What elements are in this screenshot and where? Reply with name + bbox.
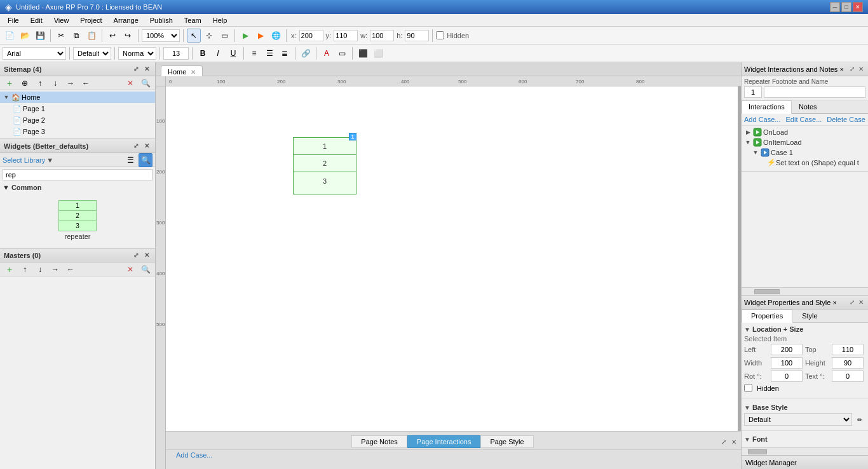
sitemap-indent-button[interactable]: →	[64, 76, 78, 90]
x-input[interactable]	[299, 30, 323, 41]
preview-button[interactable]: ▶	[238, 29, 252, 43]
close-button[interactable]: ✕	[853, 2, 863, 12]
bottom-expand-icon[interactable]: ⤢	[719, 437, 728, 446]
masters-up-button[interactable]: ↑	[18, 262, 32, 276]
fill-color-button[interactable]: ▭	[335, 46, 349, 60]
zoom-select[interactable]: 100%	[142, 29, 180, 42]
sitemap-add-button[interactable]: +	[3, 76, 17, 90]
interactions-tab[interactable]: Interactions	[742, 100, 792, 114]
props-h-scrollbar[interactable]	[742, 447, 868, 455]
properties-tab[interactable]: Properties	[742, 309, 792, 323]
menu-team[interactable]: Team	[179, 15, 207, 25]
sitemap-add-child-button[interactable]: ⊕	[18, 76, 32, 90]
sitemap-item-page3[interactable]: 📄 Page 3	[0, 126, 155, 137]
sitemap-up-button[interactable]: ↑	[33, 76, 47, 90]
shape-tool[interactable]: ▭	[217, 29, 231, 43]
sitemap-search-button[interactable]: 🔍	[139, 76, 153, 90]
maximize-button[interactable]: □	[841, 2, 851, 12]
page-interactions-tab[interactable]: Page Interactions	[407, 435, 481, 448]
onitemload-item[interactable]: ▼ OnItemLoad	[742, 137, 868, 147]
onload-item[interactable]: ▶ OnLoad	[742, 127, 868, 137]
page-style-tab[interactable]: Page Style	[480, 435, 533, 448]
base-style-select[interactable]: Default	[744, 413, 852, 426]
properties-expand-icon[interactable]: ⤢	[848, 298, 857, 307]
font-color-button[interactable]: A	[320, 46, 334, 60]
case1-item[interactable]: ▼ Case 1	[742, 147, 868, 158]
height-input[interactable]	[832, 357, 864, 369]
redo-button[interactable]: ↪	[121, 29, 135, 43]
canvas-tab-home[interactable]: Home ✕	[161, 65, 203, 76]
align-center-button[interactable]: ☰	[262, 46, 276, 60]
masters-search-button[interactable]: 🔍	[139, 262, 153, 276]
default-select[interactable]: Default	[73, 47, 111, 60]
widgets-search-button[interactable]: 🔍	[139, 153, 153, 167]
sitemap-item-page1[interactable]: 📄 Page 1	[0, 103, 155, 114]
widgets-search-input[interactable]	[3, 169, 153, 180]
footnote-name-input[interactable]	[764, 86, 865, 98]
masters-close-icon[interactable]: ✕	[142, 251, 151, 260]
undo-button[interactable]: ↩	[105, 29, 119, 43]
interactions-close-icon[interactable]: ✕	[857, 65, 865, 74]
menu-publish[interactable]: Publish	[145, 15, 178, 25]
canvas-tab-close[interactable]: ✕	[191, 69, 196, 76]
interact-tool[interactable]: ⊹	[202, 29, 216, 43]
widgets-menu-button[interactable]: ☰	[123, 153, 137, 167]
page-notes-tab[interactable]: Page Notes	[351, 435, 407, 448]
minimize-button[interactable]: ─	[830, 2, 840, 12]
select-tool[interactable]: ↖	[187, 29, 201, 43]
style-tab[interactable]: Style	[792, 309, 827, 322]
y-input[interactable]	[334, 30, 358, 41]
align-right-button[interactable]: ≣	[278, 46, 292, 60]
order-front-button[interactable]: ⬜	[371, 46, 385, 60]
open-button[interactable]: 📂	[18, 29, 32, 43]
sitemap-close-icon[interactable]: ✕	[142, 65, 151, 74]
paste-button[interactable]: 📋	[85, 29, 98, 43]
add-case-action[interactable]: Add Case...	[744, 116, 780, 123]
bottom-close-icon[interactable]: ✕	[729, 437, 738, 446]
cut-button[interactable]: ✂	[54, 29, 68, 43]
delete-case-action[interactable]: Delete Case	[827, 116, 865, 123]
sitemap-delete-button[interactable]: ✕	[123, 76, 137, 90]
interactions-expand-icon[interactable]: ⤢	[848, 65, 857, 74]
masters-outdent-button[interactable]: ←	[64, 262, 78, 276]
publish-button[interactable]: 🌐	[269, 29, 283, 43]
w-input[interactable]	[370, 30, 394, 41]
font-style-select[interactable]: Normal	[118, 47, 156, 60]
font-family-select[interactable]: Arial	[3, 47, 66, 60]
sitemap-item-page2[interactable]: 📄 Page 2	[0, 114, 155, 126]
italic-button[interactable]: I	[211, 46, 225, 60]
copy-button[interactable]: ⧉	[69, 29, 83, 43]
menu-arrange[interactable]: Arrange	[109, 15, 144, 25]
align-left-button[interactable]: ≡	[247, 46, 261, 60]
sitemap-expand-icon[interactable]: ⤢	[132, 65, 140, 74]
menu-file[interactable]: File	[3, 15, 24, 25]
footnote-number-input[interactable]	[744, 86, 762, 98]
add-case-link[interactable]: Add Case...	[171, 450, 217, 460]
notes-tab[interactable]: Notes	[792, 100, 824, 113]
menu-edit[interactable]: Edit	[25, 15, 48, 25]
left-input[interactable]	[771, 344, 803, 355]
canvas-content[interactable]: 1 1 2 3	[166, 86, 738, 431]
sitemap-down-button[interactable]: ↓	[48, 76, 62, 90]
masters-add-button[interactable]: +	[3, 262, 17, 276]
hidden-checkbox[interactable]	[436, 31, 444, 39]
widgets-close-icon[interactable]: ✕	[142, 142, 151, 151]
menu-view[interactable]: View	[49, 15, 74, 25]
underline-button[interactable]: U	[226, 46, 240, 60]
widgets-expand-icon[interactable]: ⤢	[132, 142, 140, 151]
select-library-link[interactable]: Select Library	[3, 156, 45, 164]
properties-close-icon[interactable]: ✕	[857, 298, 865, 307]
props-scrollbar-thumb[interactable]	[748, 449, 767, 454]
new-button[interactable]: 📄	[3, 29, 17, 43]
base-style-edit-button[interactable]: ✏	[854, 414, 865, 425]
order-back-button[interactable]: ⬛	[356, 46, 370, 60]
masters-expand-icon[interactable]: ⤢	[132, 251, 140, 260]
bold-button[interactable]: B	[196, 46, 210, 60]
link-button[interactable]: 🔗	[299, 46, 313, 60]
sitemap-outdent-button[interactable]: ←	[79, 76, 93, 90]
masters-delete-button[interactable]: ✕	[123, 262, 137, 276]
settext-item[interactable]: ⚡ Set text on (Shape) equal t	[742, 158, 868, 167]
rot-input[interactable]	[771, 370, 803, 382]
h-scrollbar-thumb[interactable]	[754, 289, 780, 294]
top-input[interactable]	[832, 344, 864, 355]
